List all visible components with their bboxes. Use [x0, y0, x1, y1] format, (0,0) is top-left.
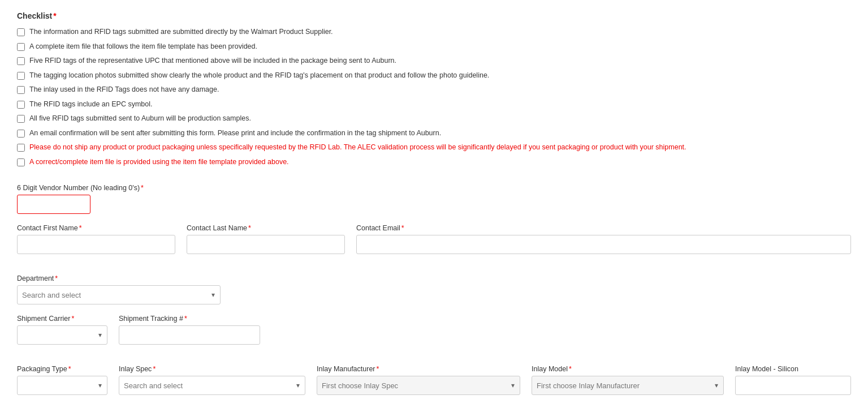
checklist-label-8: An email confirmation will be sent after… [29, 128, 441, 139]
checklist-checkbox-7[interactable] [17, 115, 25, 123]
checklist-checkbox-5[interactable] [17, 86, 25, 94]
checklist-item-5: The inlay used in the RFID Tags does not… [17, 85, 851, 95]
checklist-checkbox-4[interactable] [17, 72, 25, 80]
checklist-item-2: A complete item file that follows the it… [17, 42, 851, 52]
checklist-section: Checklist* The information and RFID tags… [17, 11, 851, 167]
checklist-item-4: The tagging location photos submitted sh… [17, 71, 851, 81]
contact-first-name-group: Contact First Name* [17, 224, 175, 254]
inlay-model-search-input[interactable] [532, 376, 724, 395]
contact-last-name-group: Contact Last Name* [187, 224, 345, 254]
checklist-label-3: Five RFID tags of the representative UPC… [29, 56, 396, 66]
inlay-model-group: Inlay Model* ▾ [532, 365, 724, 395]
checklist-label-4: The tagging location photos submitted sh… [29, 71, 489, 81]
inlay-spec-label: Inlay Spec* [119, 365, 305, 373]
inlay-model-silicon-group: Inlay Model - Silicon [735, 365, 851, 395]
contact-email-input[interactable] [356, 235, 851, 254]
checklist-checkbox-2[interactable] [17, 43, 25, 51]
inlay-spec-dropdown-container: ▾ [119, 376, 305, 395]
inlay-spec-group: Inlay Spec* ▾ [119, 365, 305, 395]
checklist-item-8: An email confirmation will be sent after… [17, 128, 851, 139]
checklist-item-6: The RFID tags include an EPC symbol. [17, 100, 851, 110]
contact-first-name-label: Contact First Name* [17, 224, 175, 232]
shipment-tracking-group: Shipment Tracking #* [119, 315, 260, 345]
vendor-number-input[interactable] [17, 195, 90, 214]
inlay-manufacturer-group: Inlay Manufacturer* ▾ [317, 365, 520, 395]
shipment-tracking-label: Shipment Tracking #* [119, 315, 260, 323]
bottom-row: Packaging Type* Inlay Spec* ▾ Inlay Manu… [17, 365, 851, 405]
checklist-label-2: A complete item file that follows the it… [29, 42, 257, 52]
checklist-checkbox-9[interactable] [17, 144, 25, 152]
form-section: 6 Digit Vendor Number (No leading 0's)* … [17, 184, 851, 412]
checklist-item-9: Please do not ship any product or produc… [17, 143, 851, 153]
department-dropdown-container: ▾ [17, 285, 221, 304]
checklist-checkbox-10[interactable] [17, 158, 25, 166]
shipment-carrier-select[interactable] [17, 325, 107, 345]
contact-email-group: Contact Email* [356, 224, 851, 254]
checklist-item-10: A correct/complete item file is provided… [17, 157, 851, 168]
checklist-checkbox-8[interactable] [17, 130, 25, 138]
inlay-model-label: Inlay Model* [532, 365, 724, 373]
inlay-model-dropdown-container: ▾ [532, 376, 724, 395]
shipment-carrier-label: Shipment Carrier* [17, 315, 107, 323]
packaging-type-label: Packaging Type* [17, 365, 107, 373]
checklist-title: Checklist* [17, 11, 851, 20]
department-search-input[interactable] [17, 285, 221, 304]
shipment-carrier-group: Shipment Carrier* [17, 315, 107, 345]
contact-last-name-label: Contact Last Name* [187, 224, 345, 232]
checklist-label-6: The RFID tags include an EPC symbol. [29, 100, 152, 110]
vendor-number-label: 6 Digit Vendor Number (No leading 0's)* [17, 184, 851, 192]
contact-email-label: Contact Email* [356, 224, 851, 232]
contact-first-name-input[interactable] [17, 235, 175, 254]
inlay-manufacturer-label: Inlay Manufacturer* [317, 365, 520, 373]
checklist-label-10: A correct/complete item file is provided… [29, 157, 289, 168]
checklist-checkbox-3[interactable] [17, 57, 25, 65]
department-group: Department* ▾ [17, 274, 221, 304]
contact-row: Contact First Name* Contact Last Name* C… [17, 224, 851, 264]
packaging-type-select[interactable] [17, 376, 107, 395]
contact-last-name-input[interactable] [187, 235, 345, 254]
checklist-checkbox-1[interactable] [17, 28, 25, 36]
inlay-manufacturer-dropdown-container: ▾ [317, 376, 520, 395]
shipment-row: Shipment Carrier* Shipment Tracking #* [17, 315, 851, 355]
shipment-carrier-select-wrapper [17, 325, 107, 345]
packaging-type-select-wrapper [17, 376, 107, 395]
checklist-checkbox-6[interactable] [17, 101, 25, 109]
checklist-required-marker: * [53, 11, 56, 20]
checklist-title-text: Checklist [17, 11, 52, 20]
inlay-manufacturer-search-input[interactable] [317, 376, 520, 395]
shipment-tracking-input[interactable] [119, 325, 260, 345]
checklist-label-7: All five RFID tags submitted sent to Aub… [29, 114, 251, 124]
checklist-label-5: The inlay used in the RFID Tags does not… [29, 85, 219, 95]
checklist-item-7: All five RFID tags submitted sent to Aub… [17, 114, 851, 124]
vendor-number-group: 6 Digit Vendor Number (No leading 0's)* [17, 184, 851, 214]
checklist-item-3: Five RFID tags of the representative UPC… [17, 56, 851, 66]
checklist-label-1: The information and RFID tags submitted … [29, 27, 333, 37]
checklist-item-1: The information and RFID tags submitted … [17, 27, 851, 37]
inlay-spec-search-input[interactable] [119, 376, 305, 395]
department-label: Department* [17, 274, 221, 282]
inlay-model-silicon-label: Inlay Model - Silicon [735, 365, 851, 373]
inlay-model-silicon-input[interactable] [735, 376, 851, 395]
packaging-type-group: Packaging Type* [17, 365, 107, 395]
checklist-label-9: Please do not ship any product or produc… [29, 143, 686, 153]
